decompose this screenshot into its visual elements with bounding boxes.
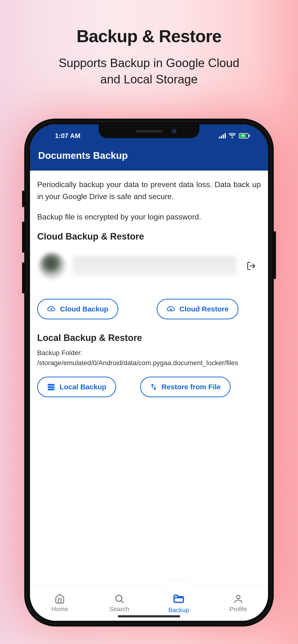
local-backup-button[interactable]: Local Backup [37, 376, 116, 397]
phone-notch [99, 124, 199, 138]
promo-title: Backup & Restore [77, 26, 221, 46]
promo-subtitle: Supports Backup in Google Cloud and Loca… [59, 55, 239, 88]
folder-icon [173, 592, 185, 605]
phone-screen: 1:07 AM [30, 124, 268, 621]
nav-bump [162, 580, 196, 591]
phone-camera [172, 129, 177, 134]
phone-volume-down [22, 262, 24, 294]
backup-description: Periodically backup your data to prevent… [37, 179, 261, 202]
signal-icon [219, 133, 226, 138]
import-export-icon [150, 383, 157, 390]
backup-folder-value: /storage/emulated/0/Android/data/com.pyg… [37, 359, 238, 366]
phone-frame: 1:07 AM [24, 118, 274, 626]
phone-mockup: 1:07 AM [24, 118, 274, 626]
cloud-download-icon [167, 306, 175, 312]
nav-home-label: Home [51, 606, 68, 613]
status-time: 1:07 AM [55, 132, 80, 140]
encryption-note: Backup file is encrypted by your login p… [37, 212, 261, 222]
google-account-row[interactable] [37, 251, 261, 280]
app-bar-title: Documents Backup [38, 150, 128, 161]
profile-icon [233, 594, 244, 604]
promo-subtitle-line2: and Local Storage [100, 72, 198, 86]
account-info-blurred [73, 256, 236, 276]
phone-power-button [274, 231, 276, 279]
svg-rect-5 [48, 386, 54, 388]
promo-subtitle-line1: Supports Backup in Google Cloud [59, 56, 239, 70]
svg-point-10 [237, 595, 240, 599]
nav-home[interactable]: Home [30, 586, 89, 621]
search-icon [114, 594, 124, 604]
home-indicator [118, 615, 180, 618]
cloud-upload-icon [47, 306, 56, 312]
local-backup-label: Local Backup [60, 383, 106, 391]
home-icon [54, 594, 65, 604]
nav-search-label: Search [109, 606, 129, 613]
phone-speaker [136, 130, 162, 132]
nav-profile-label: Profile [229, 606, 247, 613]
cloud-restore-button[interactable]: Cloud Restore [157, 299, 238, 319]
cloud-restore-label: Cloud Restore [180, 305, 229, 313]
restore-from-file-label: Restore from File [162, 383, 221, 391]
phone-volume-up [22, 222, 24, 253]
backup-folder-path: Backup Folder: /storage/emulated/0/Andro… [37, 348, 261, 368]
cloud-backup-label: Cloud Backup [60, 305, 108, 313]
backup-folder-label: Backup Folder: [37, 349, 82, 356]
battery-charging-icon [239, 133, 250, 139]
svg-rect-4 [48, 384, 54, 386]
content-area: Periodically backup your data to prevent… [30, 170, 268, 585]
nav-backup-label: Backup [169, 606, 189, 614]
cloud-backup-button[interactable]: Cloud Backup [37, 299, 118, 319]
app-bar: Documents Backup [30, 143, 268, 170]
phone-side-button [22, 190, 24, 207]
restore-from-file-button[interactable]: Restore from File [140, 376, 231, 397]
svg-rect-2 [249, 135, 250, 137]
avatar [39, 253, 66, 279]
svg-rect-6 [48, 388, 54, 390]
sign-out-button[interactable] [244, 258, 259, 274]
wifi-icon [229, 133, 236, 139]
cloud-section-title: Cloud Backup & Restore [37, 232, 261, 242]
svg-line-8 [121, 600, 123, 602]
nav-profile[interactable]: Profile [209, 586, 268, 621]
local-section-title: Local Backup & Restore [37, 333, 261, 343]
storage-icon [47, 384, 55, 390]
